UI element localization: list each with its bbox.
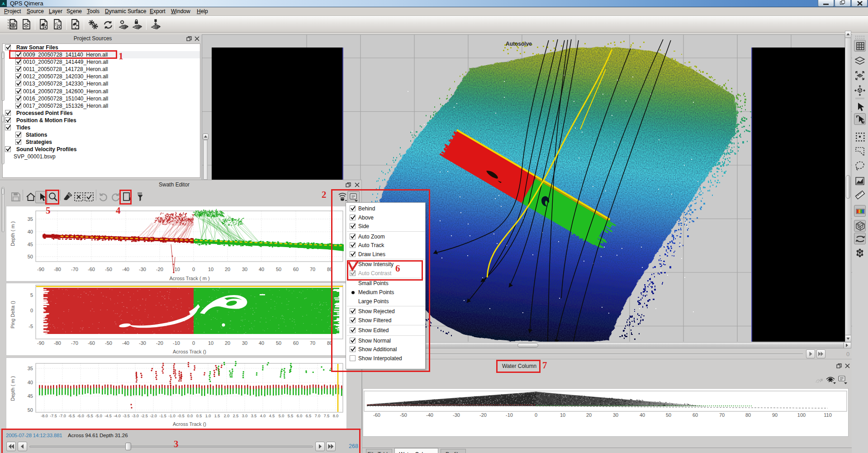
svg-text:7.5: 7.5 — [324, 414, 330, 418]
svg-text:0: 0 — [30, 308, 33, 313]
svg-text:-10: -10 — [173, 340, 180, 346]
svg-text:-40: -40 — [426, 412, 433, 418]
svg-text:40: 40 — [259, 340, 264, 346]
svg-text:-6.5: -6.5 — [68, 414, 75, 418]
svg-text:-60: -60 — [88, 267, 95, 272]
svg-text:110: 110 — [824, 412, 832, 418]
svg-text:-2.0: -2.0 — [150, 414, 157, 418]
svg-text:-70: -70 — [71, 340, 78, 346]
svg-text:0: 0 — [535, 412, 537, 418]
svg-text:-90: -90 — [37, 340, 44, 346]
svg-text:-20: -20 — [156, 340, 163, 346]
svg-text:-30: -30 — [139, 340, 146, 346]
svg-text:70: 70 — [719, 412, 725, 418]
svg-text:30: 30 — [242, 267, 247, 272]
svg-text:60: 60 — [693, 412, 698, 418]
svg-text:-30: -30 — [453, 412, 460, 418]
svg-text:-80: -80 — [54, 340, 61, 346]
svg-text:-20: -20 — [479, 412, 487, 418]
svg-text:1.0: 1.0 — [205, 414, 211, 418]
svg-text:70: 70 — [310, 267, 315, 272]
svg-text:10: 10 — [208, 340, 213, 346]
svg-text:-90: -90 — [37, 267, 44, 272]
svg-text:5: 5 — [30, 292, 33, 298]
svg-text:45: 45 — [28, 393, 33, 399]
svg-text:0: 0 — [192, 340, 195, 346]
svg-text:-1.0: -1.0 — [168, 414, 175, 418]
svg-text:20: 20 — [586, 412, 592, 418]
svg-text:60: 60 — [293, 267, 299, 272]
svg-text:0.5: 0.5 — [196, 414, 202, 418]
svg-text:30: 30 — [242, 340, 247, 346]
svg-text:40: 40 — [28, 380, 33, 385]
svg-text:5.0: 5.0 — [279, 414, 285, 418]
svg-text:-5: -5 — [28, 324, 33, 329]
svg-text:4.0: 4.0 — [260, 414, 266, 418]
svg-text:Across Track ( m ): Across Track ( m ) — [169, 276, 209, 281]
svg-text:Across Track (): Across Track () — [173, 421, 206, 427]
svg-text:-4.0: -4.0 — [114, 414, 121, 418]
svg-text:50: 50 — [666, 412, 671, 418]
svg-text:2.0: 2.0 — [224, 414, 230, 418]
svg-text:7.0: 7.0 — [315, 414, 321, 418]
svg-text:80: 80 — [745, 412, 751, 418]
svg-text:50: 50 — [276, 267, 281, 272]
svg-text:20: 20 — [225, 267, 230, 272]
svg-text:35: 35 — [28, 366, 33, 371]
svg-text:-0.5: -0.5 — [177, 414, 185, 418]
svg-text:40: 40 — [640, 412, 645, 418]
svg-text:35: 35 — [28, 216, 33, 222]
svg-text:-70: -70 — [71, 267, 78, 272]
svg-text:0.0: 0.0 — [187, 414, 193, 418]
svg-text:100: 100 — [797, 412, 806, 418]
svg-text:6.0: 6.0 — [297, 414, 303, 418]
svg-text:45: 45 — [28, 242, 33, 247]
svg-text:4.5: 4.5 — [269, 414, 275, 418]
svg-text:10: 10 — [208, 267, 213, 272]
svg-text:-40: -40 — [122, 267, 129, 272]
svg-text:-5.0: -5.0 — [95, 414, 102, 418]
svg-text:20: 20 — [225, 340, 230, 346]
svg-text:70: 70 — [310, 340, 315, 346]
svg-text:90: 90 — [772, 412, 778, 418]
svg-text:50: 50 — [28, 407, 33, 413]
svg-text:6.5: 6.5 — [306, 414, 312, 418]
svg-text:2.5: 2.5 — [233, 414, 239, 418]
svg-text:0: 0 — [192, 267, 195, 272]
svg-text:40: 40 — [259, 267, 264, 272]
svg-text:8.0: 8.0 — [333, 414, 339, 418]
svg-text:-50: -50 — [400, 412, 407, 418]
svg-text:-6.0: -6.0 — [77, 414, 84, 418]
svg-text:-50: -50 — [105, 340, 112, 346]
svg-text:-3.5: -3.5 — [123, 414, 130, 418]
svg-text:Across Track (): Across Track () — [173, 349, 206, 354]
svg-text:50: 50 — [276, 340, 281, 346]
svg-text:-80: -80 — [54, 267, 61, 272]
svg-text:-50: -50 — [105, 267, 112, 272]
svg-text:-3.0: -3.0 — [132, 414, 139, 418]
svg-text:10: 10 — [560, 412, 565, 418]
svg-text:-1.5: -1.5 — [159, 414, 166, 418]
svg-text:-10: -10 — [506, 412, 513, 418]
svg-text:40: 40 — [28, 229, 33, 234]
svg-text:-4.5: -4.5 — [104, 414, 112, 418]
svg-text:-30: -30 — [139, 267, 146, 272]
svg-text:3.5: 3.5 — [251, 414, 257, 418]
svg-text:-7.5: -7.5 — [50, 414, 57, 418]
svg-text:5.5: 5.5 — [288, 414, 294, 418]
svg-text:-2.5: -2.5 — [141, 414, 148, 418]
svg-text:-60: -60 — [88, 340, 95, 346]
svg-text:-60: -60 — [373, 412, 380, 418]
svg-text:3.0: 3.0 — [242, 414, 248, 418]
svg-text:-8.0: -8.0 — [41, 414, 48, 418]
svg-text:30: 30 — [613, 412, 618, 418]
svg-text:1.5: 1.5 — [214, 414, 220, 418]
svg-text:-7.0: -7.0 — [59, 414, 66, 418]
svg-text:-40: -40 — [122, 340, 129, 346]
svg-text:-20: -20 — [156, 267, 163, 272]
svg-text:-5.5: -5.5 — [86, 414, 93, 418]
svg-text:50: 50 — [28, 254, 33, 259]
svg-text:60: 60 — [293, 340, 299, 346]
